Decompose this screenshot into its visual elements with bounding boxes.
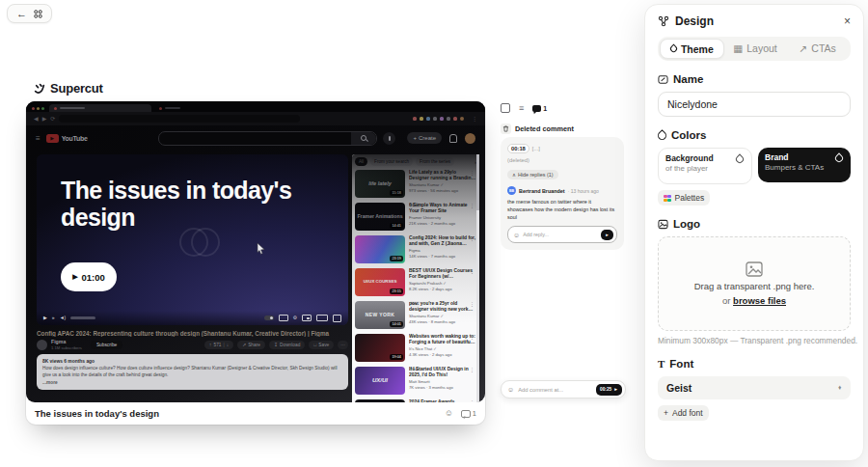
more-icon[interactable]: ⋮	[470, 367, 475, 372]
more-icon[interactable]: ⋮	[470, 301, 475, 307]
hamburger-icon[interactable]: ≡	[36, 134, 41, 143]
more-icon[interactable]: ⋮	[470, 235, 475, 241]
video-thumbnail[interactable]: NEW YORK14:01	[355, 301, 405, 329]
close-icon[interactable]: ×	[844, 14, 851, 28]
more-icon[interactable]: ⋮	[470, 399, 475, 402]
video-thumbnail[interactable]: 19:04	[355, 334, 405, 362]
suggestion-item[interactable]: UX/UI If I Started UI/UX Design in 2025,…	[352, 365, 479, 398]
video-title[interactable]: 6 Simple Ways to Animate Your Framer Sit…	[409, 203, 476, 214]
emoji-icon[interactable]: ☺	[513, 232, 520, 238]
palettes-button[interactable]: Palettes	[658, 190, 710, 206]
play-icon[interactable]: ▶	[43, 316, 47, 320]
timestamp-badge[interactable]: 00:18	[507, 144, 529, 153]
tab-ctas[interactable]: ↗CTAs	[786, 39, 849, 57]
url-field[interactable]	[59, 115, 300, 123]
scrollbar[interactable]	[476, 154, 479, 402]
video-title[interactable]: If I Started UI/UX Design in 2025, I'd D…	[409, 367, 476, 378]
browser-tab-active[interactable]	[49, 104, 151, 112]
back-and-apps-button[interactable]: ←	[7, 4, 52, 23]
filter-chip[interactable]: From the series	[416, 157, 454, 166]
video-thumbnail[interactable]: UX/UI	[355, 367, 405, 395]
fullscreen-icon[interactable]	[333, 315, 341, 322]
video-duration-pill[interactable]: ▶ 01:00	[61, 262, 117, 291]
browser-tab[interactable]	[151, 104, 188, 112]
youtube-avatar[interactable]	[465, 133, 475, 144]
tab-theme[interactable]: Theme	[660, 39, 724, 59]
reply-input[interactable]: ☺ Add reply... ►	[507, 226, 617, 243]
more-icon[interactable]: ⋮	[470, 334, 475, 340]
logo-dropzone[interactable]: Drag a transparent .png here. or browse …	[658, 236, 851, 331]
suggestion-item[interactable]: 19:04 Websites worth waking up to: Forgi…	[352, 332, 479, 365]
hide-replies-button[interactable]: ∧ Hide replies (1)	[507, 170, 558, 179]
volume-icon[interactable]: ◄)	[60, 316, 67, 320]
video-title[interactable]: pov: you're a 25yr old designer visiting…	[409, 301, 476, 313]
tab-layout[interactable]: ▦Layout	[724, 39, 787, 57]
main-video[interactable]: The issues in today's design ▶ 01:00 ▶ »…	[37, 154, 348, 325]
miniplayer-icon[interactable]	[302, 315, 312, 321]
video-title[interactable]: 2024 Framer Awards	[409, 399, 476, 402]
browser-forward-icon[interactable]: ▶	[42, 116, 47, 122]
theater-mode-icon[interactable]	[316, 315, 328, 321]
video-title[interactable]: Config 2024: How to build for, and with,…	[409, 235, 476, 247]
suggestion-item[interactable]: 2024 Framer Awards ⋮	[352, 398, 479, 402]
more-icon[interactable]: ⋮	[470, 268, 475, 274]
browser-reload-icon[interactable]: ⟳	[50, 116, 55, 122]
create-button[interactable]: +Create	[407, 132, 442, 144]
filter-chip-all[interactable]: All	[355, 157, 367, 166]
more-icon[interactable]: ⋮	[470, 170, 475, 176]
comments-count[interactable]: 1	[461, 409, 476, 418]
reactions-smiley-icon[interactable]: ☺	[445, 409, 453, 418]
notifications-bell-icon[interactable]	[449, 134, 457, 143]
suggestion-item[interactable]: NEW YORK14:01 pov: you're a 25yr old des…	[352, 299, 479, 332]
youtube-logo[interactable]: ▶ YouTube	[46, 134, 88, 143]
like-button[interactable]: ↑571|↓	[204, 341, 233, 349]
voice-search-icon[interactable]	[383, 132, 395, 145]
suggestion-item[interactable]: 23:19 Config 2024: How to build for, and…	[352, 234, 479, 266]
suggestion-item[interactable]: UI/UX COURSES23:15 BEST UI/UX Design Cou…	[352, 266, 479, 299]
brand-color-card[interactable]: Brand Bumpers & CTAs	[758, 148, 851, 182]
more-icon[interactable]: ⋮	[470, 203, 475, 208]
send-reply-button[interactable]: ►	[601, 230, 613, 240]
video-title[interactable]: Life Lately as a 29y/o Designer running …	[409, 170, 476, 181]
browser-menu-icon[interactable]: ⋮	[472, 116, 477, 122]
share-button[interactable]: ↗Share	[237, 341, 265, 349]
next-icon[interactable]: »	[52, 316, 55, 320]
font-select[interactable]: Geist ▲▼	[658, 376, 851, 399]
background-color-card[interactable]: Background of the player	[658, 148, 752, 184]
filter-chip[interactable]: From your search	[370, 157, 413, 166]
video-thumbnail[interactable]: UI/UX COURSES23:15	[355, 268, 405, 296]
youtube-search-input[interactable]	[158, 131, 377, 146]
video-thumbnail[interactable]: Framer Animations14:41	[355, 203, 405, 231]
search-icon[interactable]	[351, 132, 376, 145]
name-input[interactable]	[658, 92, 851, 117]
autoplay-toggle[interactable]	[264, 316, 274, 320]
video-title[interactable]: Websites worth waking up to: Forging a f…	[409, 334, 476, 345]
composer-send-button[interactable]: 00:25►	[596, 384, 622, 396]
settings-gear-icon[interactable]: ⚙	[293, 316, 297, 320]
comments-tab[interactable]: 1	[532, 105, 547, 112]
show-more-link[interactable]: ...more	[42, 380, 342, 385]
frames-view-icon[interactable]	[501, 103, 510, 113]
suggestion-item[interactable]: Framer Animations14:41 6 Simple Ways to …	[352, 201, 479, 234]
subscribe-button[interactable]: Subscribe	[91, 341, 122, 349]
back-icon[interactable]: ←	[16, 8, 27, 19]
transcript-list-icon[interactable]: ≡	[519, 104, 524, 113]
channel-avatar[interactable]	[37, 340, 47, 350]
download-button[interactable]: ↧Download	[269, 341, 305, 349]
screen-recording[interactable]: ◀ ▶ ⟳ ⋮ ≡ ▶ YouTube +C	[26, 101, 485, 402]
captions-icon[interactable]	[279, 315, 288, 321]
save-button[interactable]: □Save	[309, 341, 334, 349]
emoji-icon[interactable]: ☺	[507, 386, 514, 393]
video-thumbnail[interactable]: 23:19	[355, 235, 405, 263]
browser-back-icon[interactable]: ◀	[34, 116, 39, 122]
comment-composer[interactable]: ☺ Add comment at... 00:25►	[501, 380, 626, 398]
browse-files-link[interactable]: browse files	[733, 295, 786, 306]
video-description[interactable]: 8K views 6 months ago How does design in…	[37, 354, 348, 390]
video-thumbnail[interactable]: life lately15:18	[355, 170, 405, 198]
more-actions-button[interactable]: ⋯	[338, 341, 348, 349]
video-thumbnail[interactable]	[355, 399, 405, 402]
suggestion-item[interactable]: life lately15:18 Life Lately as a 29y/o …	[352, 168, 479, 201]
video-title[interactable]: BEST UI/UX Design Courses For Beginners …	[409, 268, 476, 280]
add-font-button[interactable]: + Add font	[658, 405, 709, 421]
apps-grid-icon[interactable]	[34, 10, 42, 18]
